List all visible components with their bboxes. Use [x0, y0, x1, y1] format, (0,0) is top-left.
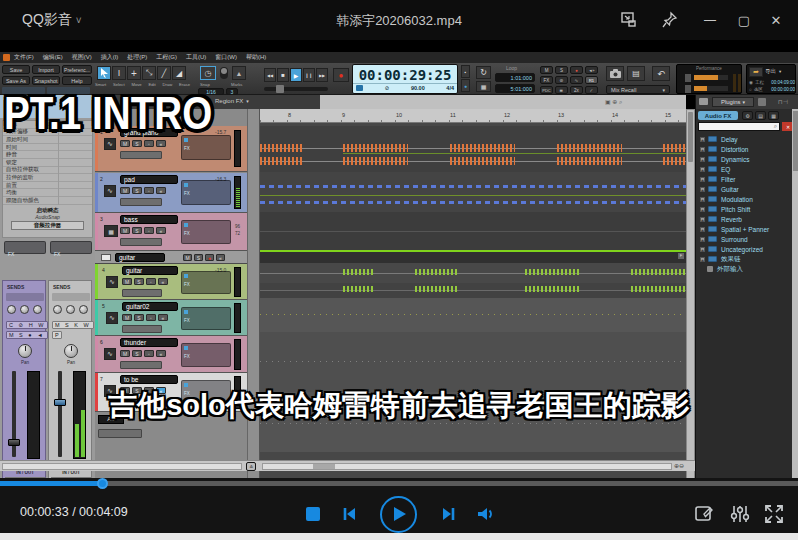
input-echo-button[interactable]: «	[158, 314, 168, 321]
audio-clip-wave-green[interactable]	[415, 286, 459, 292]
expand-icon[interactable]: +	[700, 207, 705, 212]
folder-mute-button[interactable]: M	[183, 254, 192, 261]
snap-button[interactable]: ◷	[200, 66, 216, 80]
track-name[interactable]: pad	[120, 175, 178, 184]
player-play-button[interactable]	[380, 496, 417, 533]
strip2-send-knob[interactable]	[53, 305, 62, 314]
mute-button[interactable]: M	[122, 314, 132, 321]
strip1-button-row1[interactable]: C ⊘ H W	[6, 321, 48, 329]
expand-icon[interactable]: +	[700, 197, 705, 202]
save-as-button[interactable]: Save As	[2, 76, 30, 85]
arm-button[interactable]: ◦	[146, 314, 156, 321]
loop-toggle-button[interactable]: ↻	[476, 66, 491, 79]
video-frame[interactable]: 文件(F) 编辑(E) 视图(V) 插入(I) 处理(P) 工程(G) 工具(U…	[0, 40, 798, 478]
loop-start-field[interactable]: 1:01:000	[495, 73, 535, 82]
menu-help[interactable]: 帮助(H)	[246, 53, 266, 62]
track-fx-rack[interactable]: FX	[181, 220, 231, 244]
clips-area[interactable]: F	[260, 123, 686, 500]
save-button[interactable]: Save	[2, 65, 30, 74]
close-button[interactable]: ✕	[764, 8, 788, 32]
hscroll-thumb[interactable]	[313, 464, 335, 469]
minimize-button[interactable]: —	[698, 8, 722, 32]
audio-clip-wave-blue[interactable]	[260, 185, 686, 188]
browser-dock-icons[interactable]: ⊓⊣	[778, 98, 788, 105]
strip1-send-slot[interactable]	[6, 293, 44, 301]
mix-2x-button[interactable]: 2x	[570, 86, 583, 94]
audio-clip-wave-blue[interactable]	[260, 201, 686, 204]
expand-icon[interactable]: +	[700, 217, 705, 222]
export-row-project[interactable]: ◉工程 00:04:09:00	[749, 80, 795, 85]
mix-rec-button[interactable]: ●	[570, 66, 583, 74]
vscroll-thumb[interactable]	[688, 112, 693, 162]
plugin-leaf-row[interactable]: 外部输入	[696, 264, 794, 274]
track-row-5[interactable]: 5 ∿ guitar02 M S ◦ « FX	[95, 300, 247, 336]
strip2-button-row2[interactable]: P	[52, 331, 62, 339]
menu-project[interactable]: 工程(G)	[156, 53, 177, 62]
expand-icon[interactable]: +	[700, 257, 705, 262]
expand-icon[interactable]: +	[700, 227, 705, 232]
plugin-folder-row[interactable]: +Distortion	[696, 144, 794, 154]
browser-vscrollbar[interactable]	[792, 109, 798, 510]
audio-clip-wave[interactable]	[557, 144, 622, 152]
folder-track-row[interactable]: guitar M S ● «	[95, 251, 247, 264]
browser-mini-button[interactable]: ▤	[755, 111, 766, 120]
time-mode-up[interactable]: ▪	[461, 65, 470, 78]
time-mode-down[interactable]: ●	[461, 79, 470, 92]
player-stop-button[interactable]	[306, 507, 320, 521]
audio-clip-wave[interactable]	[260, 157, 302, 165]
plugin-folder-row[interactable]: +Delay	[696, 134, 794, 144]
track-fx-rack[interactable]: FX	[181, 180, 231, 205]
notes-button[interactable]: ▤	[627, 66, 645, 81]
pin-button[interactable]	[660, 10, 680, 30]
plugin-folder-row[interactable]: +Guitar	[696, 184, 794, 194]
mix-pdc-button[interactable]: PDC	[540, 86, 553, 94]
preferences-button[interactable]: Preferenc...	[62, 65, 92, 74]
audio-clip-wave[interactable]	[557, 157, 622, 165]
loop-end-field[interactable]: 5:01:000	[495, 84, 535, 93]
draw-tool-button[interactable]: ╱	[157, 66, 171, 80]
expand-icon[interactable]: +	[700, 247, 705, 252]
expand-icon[interactable]: +	[700, 187, 705, 192]
menu-view[interactable]: 视图(V)	[72, 53, 92, 62]
record-button[interactable]: ●	[333, 68, 349, 82]
mute-button[interactable]: M	[122, 278, 132, 285]
progress-bar[interactable]	[0, 481, 798, 486]
pause-button[interactable]: ❙❙	[303, 68, 315, 82]
expand-icon[interactable]: +	[700, 167, 705, 172]
strip1-send-knob[interactable]	[20, 305, 29, 314]
track-row-6[interactable]: 6 ∿ thunder M S ◦ « FX	[95, 336, 247, 373]
audio-clip-wave-green[interactable]	[631, 269, 686, 275]
track-fx-rack[interactable]: FX	[181, 343, 231, 367]
tab-regionfx[interactable]: Region FX▾	[215, 98, 249, 104]
arm-button[interactable]: ◦	[146, 278, 156, 285]
maximize-button[interactable]: ▢	[732, 8, 756, 32]
mix-check-button[interactable]: ✓	[585, 86, 598, 94]
fullscreen-button[interactable]	[763, 503, 785, 525]
menu-insert[interactable]: 插入(I)	[101, 53, 119, 62]
browser-mini-button[interactable]: ▦	[768, 111, 779, 120]
solo-button[interactable]: S	[132, 187, 142, 194]
snapshot-tool-button[interactable]	[694, 504, 715, 524]
track-row-4[interactable]: 4 ∿ guitar -15.0 M S ◦ « FX	[95, 264, 247, 300]
mix-fx-button[interactable]: FX	[540, 76, 553, 84]
mini-mode-button[interactable]	[620, 11, 638, 29]
mix-s-button[interactable]: S	[555, 66, 568, 74]
track-dropdown[interactable]	[120, 238, 162, 246]
strip2-send-slot[interactable]	[52, 293, 90, 301]
mute-metronome-icon[interactable]: ⊘	[385, 85, 390, 91]
help-button[interactable]: Help	[62, 76, 92, 85]
folder-echo-button[interactable]: «	[216, 254, 225, 261]
track-dropdown[interactable]	[120, 361, 162, 369]
metronome-icon[interactable]	[356, 85, 363, 91]
snap-toggle[interactable]	[220, 67, 228, 79]
folder-track-name[interactable]: guitar	[115, 253, 165, 262]
audio-clip-wave[interactable]	[343, 144, 408, 152]
audio-clip-wave[interactable]	[343, 157, 408, 165]
input-echo-button[interactable]: «	[156, 187, 166, 194]
browser-mini-button[interactable]: ⚙	[742, 111, 753, 120]
audio-clip-wave-green[interactable]	[343, 269, 373, 275]
menu-window[interactable]: 窗口(W)	[215, 53, 237, 62]
player-next-button[interactable]	[440, 505, 458, 523]
track-row-2[interactable]: 2 ∿ pad -16.3 M S ◦ « FX	[95, 173, 247, 213]
undo-button[interactable]: ↶	[652, 66, 670, 81]
